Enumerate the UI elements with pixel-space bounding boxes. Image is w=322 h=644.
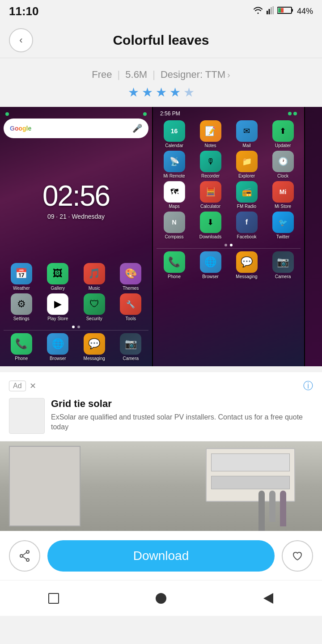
sc2-status: 2:56 PM: [157, 109, 301, 119]
screenshot-1: Google 🎤 02:56 09 · 21 · Wednesday 📅 Wea…: [0, 107, 152, 366]
star-5: ★: [183, 85, 195, 100]
app-grid-row1: 📅 Weather 🖼 Gallery 🎵 Music 🎨 Themes: [4, 263, 148, 291]
home-icon: [156, 593, 166, 604]
ad-image-content: [0, 441, 322, 531]
favorite-button[interactable]: [282, 540, 313, 572]
sc2-dock-camera[interactable]: 📷 Camera: [267, 251, 299, 279]
sc2-updater[interactable]: ⬆ Updater: [267, 120, 299, 148]
app-music[interactable]: 🎵 Music: [78, 263, 110, 291]
sc2-recorder[interactable]: 🎙 Recorder: [195, 151, 226, 178]
svg-rect-0: [267, 11, 268, 14]
star-3: ★: [156, 85, 167, 100]
app-label-weather: Weather: [13, 286, 30, 291]
signal-icon: [267, 6, 274, 17]
dock-browser[interactable]: 🌐 Browser: [42, 333, 74, 361]
arrow-right-icon: ›: [227, 70, 230, 80]
status-icons: 44%: [253, 6, 313, 17]
dock-camera[interactable]: 📷 Camera: [115, 333, 147, 361]
sc2-dock: 📞 Phone 🌐 Browser 💬 Messaging 📷 Camera: [157, 248, 301, 281]
app-label-music: Music: [89, 286, 100, 291]
sc2-calendar[interactable]: 16 Calendar: [158, 120, 190, 148]
app-label-gallery: Gallery: [51, 286, 65, 291]
designer-label: Designer: TTM: [161, 69, 225, 80]
back-button[interactable]: ‹: [9, 28, 33, 52]
app-security[interactable]: 🛡 Security: [78, 293, 110, 321]
svg-rect-5: [292, 9, 293, 12]
info-icon[interactable]: ⓘ: [303, 379, 313, 393]
sc2-grid-row2: 📡 Mi Remote 🎙 Recorder 📁 Explorer 🕐 Cloc…: [157, 151, 301, 178]
sc2-miremote[interactable]: 📡 Mi Remote: [158, 151, 190, 178]
sc2-mail[interactable]: ✉ Mail: [231, 120, 263, 148]
dock-label-phone: Phone: [15, 356, 28, 361]
ad-badge-row: Ad ✕: [9, 381, 36, 391]
ad-section: Ad ✕ ⓘ Grid tie solar ExSolar are qualif…: [0, 372, 322, 441]
app-settings[interactable]: ⚙ Settings: [5, 293, 38, 321]
designer-link[interactable]: Designer: TTM ›: [161, 69, 230, 80]
battery-percentage: 44%: [297, 7, 313, 16]
sc2-twitter[interactable]: 🐦 Twitter: [267, 212, 299, 239]
nav-back-button[interactable]: [255, 589, 282, 607]
sc2-grid-row3: 🗺 Maps 🧮 Calculator 📻 FM Radio Mi Mi Sto…: [157, 181, 301, 209]
sc2-page-dots: [157, 244, 301, 246]
screenshots-carousel[interactable]: Google 🎤 02:56 09 · 21 · Wednesday 📅 Wea…: [0, 107, 322, 366]
ad-text: Grid tie solar ExSolar are qualified and…: [51, 398, 313, 432]
sc2-explorer[interactable]: 📁 Explorer: [231, 151, 263, 178]
svg-point-9: [26, 559, 29, 561]
navigation-bar: [0, 580, 322, 616]
ad-title: Grid tie solar: [51, 398, 313, 410]
ad-image[interactable]: [0, 441, 322, 531]
app-gallery[interactable]: 🖼 Gallery: [42, 263, 74, 291]
sc2-facebook[interactable]: f Facebook: [231, 212, 263, 239]
download-button[interactable]: Download: [47, 540, 275, 572]
sc2-calc[interactable]: 🧮 Calculator: [195, 181, 226, 209]
bottom-actions: Download: [0, 531, 322, 580]
svg-rect-3: [272, 6, 274, 14]
app-weather[interactable]: 📅 Weather: [5, 263, 38, 291]
battery-icon: [277, 6, 293, 17]
svg-point-10: [20, 555, 23, 557]
wifi-icon: [253, 6, 263, 17]
clock-display: 02:56 09 · 21 · Wednesday: [4, 142, 148, 259]
svg-line-12: [23, 556, 26, 559]
nav-recents-button[interactable]: [40, 589, 67, 607]
ad-thumbnail: [9, 398, 45, 434]
sc2-notes[interactable]: 📝 Notes: [195, 120, 226, 148]
share-button[interactable]: [9, 540, 40, 572]
star-1: ★: [128, 85, 139, 100]
theme-meta: Free | 5.6M | Designer: TTM › ★ ★ ★ ★ ★: [0, 58, 322, 107]
ad-close-button[interactable]: ✕: [30, 381, 36, 391]
screenshot-2: 2:56 PM 16 Calendar 📝 Notes ✉ Mai: [152, 107, 304, 366]
dock-row: 📞 Phone 🌐 Browser 💬 Messaging 📷 Camera: [4, 330, 148, 363]
dock-phone[interactable]: 📞 Phone: [5, 333, 38, 361]
app-playstore[interactable]: ▶ Play Store: [42, 293, 74, 321]
sc2-clock[interactable]: 🕐 Clock: [267, 151, 299, 178]
ad-header: Ad ✕ ⓘ: [9, 379, 313, 393]
app-themes[interactable]: 🎨 Themes: [115, 263, 147, 291]
download-label: Download: [133, 549, 189, 563]
sc2-compass[interactable]: N Compass: [158, 212, 190, 239]
sc2-downloads[interactable]: ⬇ Downloads: [195, 212, 226, 239]
sc2-dock-phone[interactable]: 📞 Phone: [158, 251, 190, 279]
status-time: 11:10: [9, 4, 39, 18]
google-logo: Google: [10, 125, 31, 132]
page-title: Colorful leaves: [113, 33, 209, 48]
app-tools[interactable]: 🔧 Tools: [115, 293, 147, 321]
app-label-settings: Settings: [13, 316, 30, 321]
nav-home-button[interactable]: [148, 589, 174, 607]
clock-date: 09 · 21 · Wednesday: [47, 213, 105, 220]
meta-row: Free | 5.6M | Designer: TTM ›: [92, 69, 230, 80]
app-label-playstore: Play Store: [47, 316, 68, 321]
sc2-dock-messaging[interactable]: 💬 Messaging: [231, 251, 263, 279]
sc2-maps[interactable]: 🗺 Maps: [158, 181, 190, 209]
ad-description: ExSolar are qualified and trusted solar …: [51, 412, 313, 432]
svg-rect-1: [268, 9, 270, 14]
separator-1: |: [118, 69, 120, 80]
sc2-dock-browser[interactable]: 🌐 Browser: [195, 251, 226, 279]
screenshot-3-partial: [304, 107, 322, 366]
app-label-security: Security: [86, 316, 102, 321]
dock-label-messaging: Messaging: [84, 356, 105, 361]
sc2-mistore[interactable]: Mi Mi Store: [267, 181, 299, 209]
dock-messaging[interactable]: 💬 Messaging: [78, 333, 110, 361]
sc2-fmradio[interactable]: 📻 FM Radio: [231, 181, 263, 209]
svg-line-11: [23, 552, 26, 555]
